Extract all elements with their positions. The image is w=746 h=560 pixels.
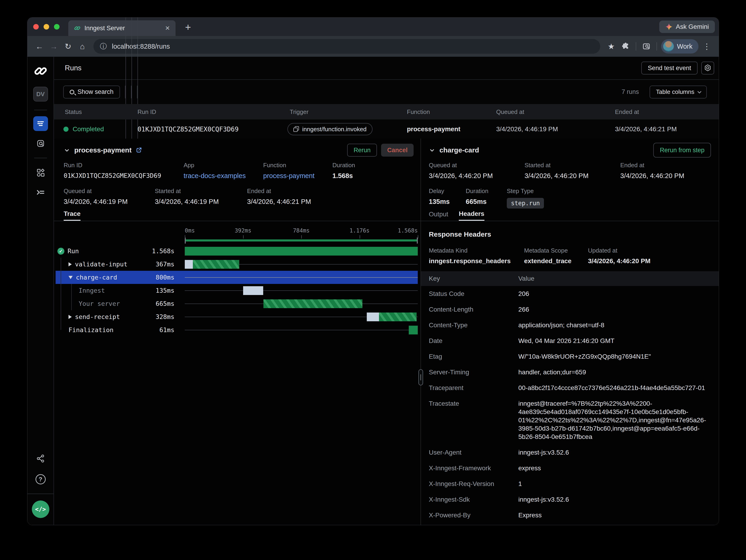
rerun-button[interactable]: Rerun [347, 144, 377, 157]
send-test-event-button[interactable]: Send test event [641, 62, 697, 75]
header-row: DateWed, 04 Mar 2026 21:46:20 GMT [421, 333, 719, 349]
minimize-window-button[interactable] [44, 24, 49, 30]
sidebar-item-runs[interactable] [33, 116, 48, 131]
timeline-tick: 0ms [185, 228, 195, 234]
dev-mode-button[interactable]: </> [32, 501, 49, 518]
trace-row-your-server[interactable]: Your server665ms [56, 297, 418, 310]
back-icon[interactable]: ← [33, 40, 46, 52]
share-feedback-button[interactable] [33, 451, 48, 466]
trace-row-send-receipt[interactable]: send-receipt328ms [56, 310, 418, 323]
header-key: X-Inngest-Req-Version [429, 480, 518, 488]
trace-row-finalization[interactable]: Finalization61ms [56, 323, 418, 336]
rerun-from-step-button[interactable]: Rerun from step [653, 143, 711, 157]
run-table-row[interactable]: Completed 01KJXD1TQCZ852GMEX0CQF3D69 inn… [54, 119, 719, 139]
app-link[interactable]: trace-docs-examples [183, 172, 246, 180]
panel-resize-handle[interactable] [419, 369, 423, 385]
header-row: X-Powered-ByExpress [421, 507, 719, 523]
sidebar-item-apps[interactable] [33, 165, 48, 180]
trace-step-duration: 61ms [160, 326, 185, 333]
close-window-button[interactable] [33, 24, 39, 30]
time-filter-group: Queued at Last 3d [125, 86, 126, 98]
trace-step-duration: 1.568s [152, 247, 185, 255]
chevron-down-icon[interactable] [68, 276, 73, 279]
tab-headers[interactable]: Headers [459, 208, 484, 221]
tab-output[interactable]: Output [429, 208, 448, 221]
trace-step-name: Finalization [68, 326, 114, 333]
timeline-tick: 1.568s [398, 228, 418, 234]
response-headers-title: Response Headers [429, 230, 491, 238]
column-header-trigger[interactable]: Trigger [290, 108, 308, 115]
metadata-kind-value: inngest.response_headers [429, 257, 511, 265]
extensions-icon[interactable] [620, 40, 632, 52]
header-key: Date [429, 337, 518, 345]
trace-row-run[interactable]: ✓Run1.568s [56, 244, 418, 258]
browser-profile-button[interactable]: Work [661, 39, 698, 54]
function-link[interactable]: process-payment [263, 172, 314, 180]
field-label: Duration [466, 187, 488, 195]
field-label: Function [263, 162, 314, 169]
browser-menu-icon[interactable]: ⋮ [701, 40, 713, 52]
run-id-value: 01KJXD1TQCZ852GMEX0CQF3D69 [64, 172, 161, 179]
maximize-window-button[interactable] [54, 24, 59, 30]
header-value: handler, action;dur=659 [518, 368, 719, 376]
column-header-queued-at[interactable]: Queued at [496, 108, 524, 115]
header-key: X-Inngest-Sdk [429, 495, 518, 504]
header-row: Status Code206 [421, 286, 719, 302]
ask-gemini-button[interactable]: Ask Gemini [659, 21, 715, 33]
ended-at-value: 3/4/2026, 4:46:21 PM [247, 198, 311, 206]
header-row: Content-Length266 [421, 302, 719, 317]
field-label: Started at [155, 187, 219, 195]
trace-step-duration: 367ms [156, 261, 185, 268]
trace-step-name: Run [67, 247, 79, 255]
trace-row-validate-input[interactable]: validate-input367ms [56, 258, 418, 271]
toolbar-divider [636, 42, 636, 51]
gemini-sparkle-icon [665, 23, 672, 30]
detail-panels: process-payment Rerun Cancel Run ID 01KJ… [54, 139, 719, 525]
header-key: Etag [429, 352, 518, 361]
tab-trace[interactable]: Trace [64, 208, 81, 221]
trace-row-inngest[interactable]: Inngest135ms [56, 284, 418, 297]
started-at-value: 3/4/2026, 4:46:19 PM [155, 198, 219, 206]
settings-button[interactable] [701, 62, 714, 75]
bookmark-star-icon[interactable]: ★ [605, 40, 617, 52]
side-panel-search-icon[interactable] [640, 40, 652, 52]
runs-count: 7 runs [622, 88, 639, 95]
trace-row-charge-card[interactable]: charge-card800ms [56, 271, 418, 284]
table-columns-dropdown[interactable]: Table columns [650, 86, 707, 98]
external-link-icon[interactable] [136, 147, 142, 153]
trace-bar-delay [367, 313, 379, 321]
chevron-right-icon[interactable] [68, 262, 72, 266]
reload-icon[interactable]: ↻ [62, 40, 74, 52]
trace-step-name: Your server [79, 300, 120, 307]
avatar[interactable]: DV [33, 87, 48, 101]
collapse-chevron-icon[interactable] [64, 147, 70, 153]
help-button[interactable]: ? [33, 472, 48, 487]
show-search-button[interactable]: Show search [63, 86, 120, 98]
site-info-icon[interactable]: ⓘ [100, 42, 107, 51]
header-key: User-Agent [429, 448, 518, 457]
sidebar-item-event-search[interactable] [33, 136, 48, 151]
sidebar-item-terminal[interactable] [33, 185, 48, 200]
new-tab-button[interactable]: + [181, 21, 195, 34]
home-icon[interactable]: ⌂ [76, 40, 88, 52]
column-header-ended-at[interactable]: Ended at [615, 108, 639, 115]
column-header-function[interactable]: Function [407, 108, 430, 115]
column-header-status[interactable]: Status [65, 108, 82, 115]
tree-guide-line [71, 284, 72, 310]
header-key: Status Code [429, 290, 518, 298]
sidebar: DV [27, 57, 54, 525]
header-row: X-Inngest-Frameworkexpress [421, 460, 719, 476]
forward-icon[interactable]: → [48, 40, 60, 52]
trigger-badge[interactable]: inngest/function.invoked [287, 123, 373, 135]
collapse-chevron-icon[interactable] [429, 147, 435, 153]
page-title: Runs [65, 64, 81, 72]
column-header-run-id[interactable]: Run ID [138, 108, 156, 115]
chevron-right-icon[interactable] [68, 315, 72, 319]
field-label: Queued at [64, 187, 127, 195]
trace-step-duration: 135ms [156, 287, 185, 294]
trace-bar-solid [409, 326, 418, 334]
run-detail-tabs: Trace [54, 208, 421, 221]
key-column-header: Key [429, 275, 518, 282]
cancel-button[interactable]: Cancel [381, 144, 413, 157]
trace-bar-delay [185, 260, 193, 269]
